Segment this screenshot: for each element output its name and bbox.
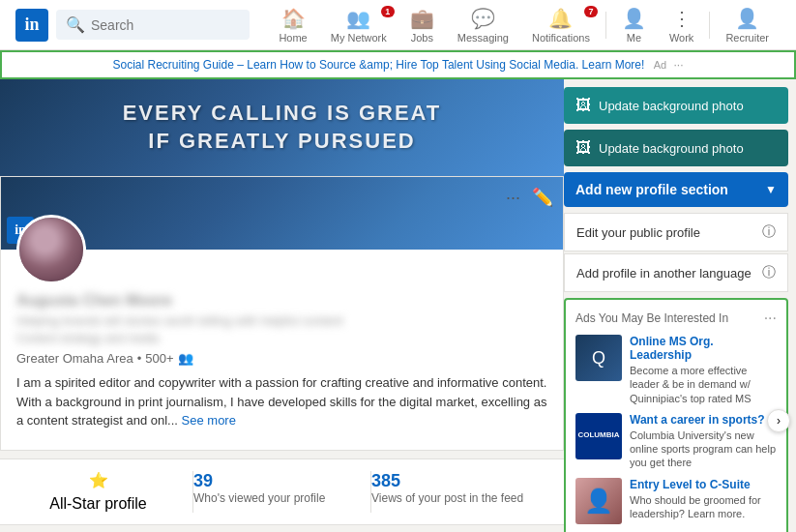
nav-icons: 🏠 Home 👥 My Network 1 💼 Jobs 💬 Messaging…	[267, 0, 781, 50]
ad-thumb-quinnipiac: Q	[575, 335, 622, 381]
network-badge: 1	[381, 6, 395, 17]
ad-item-quinnipiac[interactable]: Q Online MS Org. Leadership Become a mor…	[575, 335, 777, 405]
cover-hero: EVERY CALLING IS GREAT IF GREATLY PURSUE…	[0, 79, 564, 176]
cover-line2: IF GREATLY PURSUED	[123, 128, 442, 156]
add-language-profile-item[interactable]: Add profile in another language ⓘ	[564, 253, 788, 292]
ad-desc-quinnipiac: Become a more effective leader & be in d…	[630, 364, 777, 405]
ads-title: Ads You May Be Interested In	[575, 311, 728, 325]
profile-info: Augusta Chen Moore Helping brands tell s…	[1, 250, 563, 450]
profile-edit-button[interactable]: ✏️	[530, 185, 555, 210]
all-star-label: All-Star profile	[49, 495, 146, 513]
cover-text: EVERY CALLING IS GREAT IF GREATLY PURSUE…	[123, 100, 442, 155]
profile-card-ghost: in ··· ✏️ Augusta Chen Moore Helping bra…	[0, 176, 564, 451]
edit-profile-label: Edit your public profile	[576, 225, 700, 240]
ad-content-quinnipiac: Online MS Org. Leadership Become a more …	[630, 335, 777, 405]
ad-banner-more[interactable]: ···	[673, 58, 683, 72]
cover-line1: EVERY CALLING IS GREAT	[123, 100, 442, 128]
messaging-icon: 💬	[471, 7, 495, 30]
add-profile-section-btn[interactable]: Add new profile section ▼	[564, 172, 788, 207]
search-bar[interactable]: 🔍	[56, 10, 250, 40]
ad-desc-columbia: Columbia University's new online sports …	[630, 429, 777, 470]
search-icon: 🔍	[66, 15, 85, 34]
ad-content-columbia: Want a career in sports? Columbia Univer…	[630, 413, 777, 470]
profile-location: Greater Omaha Area • 500+ 👥	[16, 351, 547, 366]
chevron-down-icon: ▼	[765, 183, 777, 196]
ad-label: Ad	[654, 59, 666, 71]
profile-more-button[interactable]: ···	[504, 186, 522, 210]
location-text: Greater Omaha Area	[16, 351, 133, 366]
ad-content-csuite: Entry Level to C-Suite Who should be gro…	[630, 478, 777, 521]
ad-desc-csuite: Who should be groomed for leadership? Le…	[630, 493, 777, 521]
profile-headline: Helping brands tell stories worth tellin…	[16, 313, 547, 328]
nav-item-notifications[interactable]: 🔔 Notifications 7	[520, 0, 602, 50]
ads-next-arrow[interactable]: ›	[767, 409, 790, 432]
profile-name: Augusta Chen Moore	[16, 292, 547, 310]
external-link-icon: ⓘ	[762, 223, 776, 241]
nav-divider	[605, 12, 606, 39]
ad-title-csuite: Entry Level to C-Suite	[630, 478, 777, 491]
post-views-label: Views of your post in the feed	[371, 491, 523, 505]
profile-views-stat[interactable]: 39 Who's viewed your profile	[193, 471, 371, 513]
nav-item-home-label: Home	[279, 32, 307, 44]
nav-item-work-label: Work	[669, 32, 693, 44]
top-navigation: in 🔍 🏠 Home 👥 My Network 1 💼 Jobs 💬 Mess…	[0, 0, 796, 50]
post-views-stat[interactable]: 385 Views of your post in the feed	[371, 471, 548, 513]
search-input[interactable]	[91, 17, 246, 33]
location-dot: •	[137, 351, 142, 366]
nav-item-work[interactable]: ⋮ Work	[658, 0, 705, 50]
image-icon-1: 🖼	[575, 97, 591, 114]
nav-divider-2	[709, 12, 710, 39]
linkedin-logo[interactable]: in	[15, 9, 48, 42]
ad-item-columbia[interactable]: COLUMBIA Want a career in sports? Columb…	[575, 413, 777, 470]
edit-public-profile-item[interactable]: Edit your public profile ⓘ	[564, 213, 788, 251]
nav-item-recruiter-label: Recruiter	[725, 32, 769, 44]
ad-title-quinnipiac: Online MS Org. Leadership	[630, 335, 777, 362]
update-bg-label-1: Update background photo	[599, 99, 744, 113]
image-icon-2: 🖼	[575, 139, 591, 157]
ad-title-columbia: Want a career in sports?	[630, 413, 777, 427]
ad-item-csuite[interactable]: 👤 Entry Level to C-Suite Who should be g…	[575, 478, 777, 524]
nav-item-network-label: My Network	[331, 32, 387, 44]
nav-item-messaging-label: Messaging	[457, 32, 509, 44]
jobs-icon: 💼	[410, 7, 434, 30]
ads-more-btn[interactable]: ···	[764, 310, 777, 327]
external-link-icon-2: ⓘ	[762, 264, 776, 281]
recruiter-icon: 👤	[735, 7, 759, 30]
update-background-btn-2[interactable]: 🖼 Update background photo	[564, 130, 788, 166]
ad-banner-link[interactable]: Social Recruiting Guide – Learn How to S…	[112, 58, 644, 72]
home-icon: 🏠	[281, 7, 306, 30]
nav-item-home[interactable]: 🏠 Home	[267, 0, 318, 50]
me-icon: 👤	[622, 7, 646, 30]
nav-item-recruiter[interactable]: 👤 Recruiter	[714, 0, 781, 50]
left-content: EVERY CALLING IS GREAT IF GREATLY PURSUE…	[0, 79, 564, 532]
notifications-badge: 7	[584, 6, 598, 17]
nav-item-jobs[interactable]: 💼 Jobs	[398, 0, 446, 50]
nav-item-me[interactable]: 👤 Me	[610, 0, 658, 50]
update-bg-label-2: Update background photo	[599, 141, 744, 156]
notifications-icon: 🔔	[548, 7, 573, 30]
nav-item-messaging[interactable]: 💬 Messaging	[446, 0, 520, 50]
network-icon: 👥	[346, 7, 370, 30]
bio-text: I am a spirited editor and copywriter wi…	[16, 375, 546, 428]
ad-thumb-columbia: COLUMBIA	[575, 413, 622, 459]
ad-banner: Social Recruiting Guide – Learn How to S…	[0, 50, 796, 79]
add-section-label: Add new profile section	[575, 182, 728, 197]
profile-bio: I am a spirited editor and copywriter wi…	[16, 373, 547, 430]
profile-sub: Content strategy and media	[16, 332, 547, 345]
avatar-image	[19, 218, 83, 281]
nav-item-me-label: Me	[627, 32, 641, 44]
right-sidebar: 🖼 Update background photo 🖼 Update backg…	[564, 79, 796, 532]
update-background-btn-1[interactable]: 🖼 Update background photo	[564, 87, 788, 124]
ads-section: Ads You May Be Interested In ··· Q Onlin…	[564, 298, 788, 532]
connections-icon: 👥	[178, 351, 193, 366]
stats-row: ⭐ All-Star profile 39 Who's viewed your …	[0, 458, 564, 525]
nav-item-network[interactable]: 👥 My Network 1	[319, 0, 398, 50]
profile-card-actions: ··· ✏️	[504, 185, 555, 210]
post-views-value: 385	[371, 471, 400, 491]
profile-views-label: Who's viewed your profile	[193, 491, 325, 505]
all-star-stat[interactable]: ⭐ All-Star profile	[15, 471, 193, 513]
see-more-link[interactable]: See more	[182, 413, 236, 428]
profile-cover-small: in ··· ✏️	[1, 177, 563, 250]
nav-item-jobs-label: Jobs	[411, 32, 433, 44]
profile-avatar	[16, 215, 86, 284]
